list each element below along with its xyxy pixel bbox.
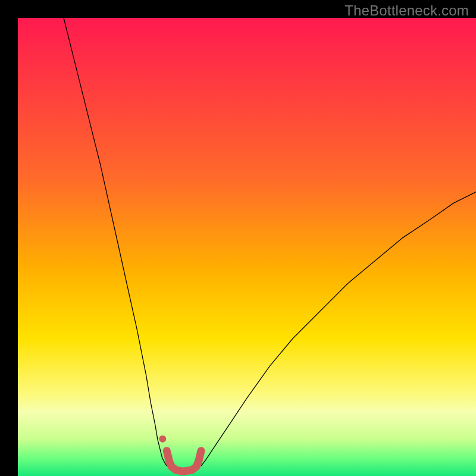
bottleneck-chart xyxy=(18,18,476,476)
series-trough-dot xyxy=(159,436,166,443)
chart-container: TheBottleneck.com xyxy=(0,0,476,476)
gradient-background xyxy=(18,18,476,476)
watermark-text: TheBottleneck.com xyxy=(345,2,469,19)
